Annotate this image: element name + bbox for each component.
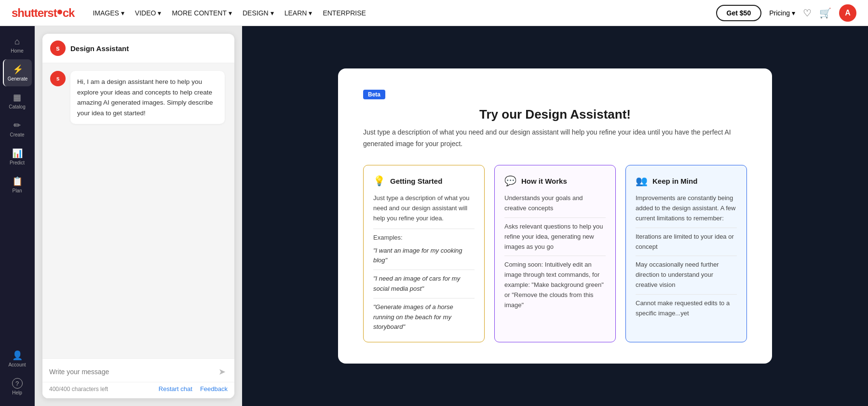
char-count: 400/400 characters left [49,386,108,392]
message-row: s Hi, I am a design assistant here to he… [50,71,227,124]
sidebar-item-help[interactable]: ? Help [3,373,32,400]
chat-messages: s Hi, I am a design assistant here to he… [42,63,234,358]
topnav: shutterstck IMAGES▾ VIDEO▾ MORE CONTENT▾… [0,0,868,26]
sidebar-item-generate[interactable]: ⚡ Generate [3,59,32,86]
getting-started-body: Just type a description of what you need… [373,193,475,332]
nav-video[interactable]: VIDEO▾ [130,6,166,20]
app-layout: ⌂ Home ⚡ Generate ▦ Catalog ✏ Create 📊 P… [0,26,868,406]
sidebar-label-home: Home [11,48,24,54]
nav-links: IMAGES▾ VIDEO▾ MORE CONTENT▾ DESIGN▾ LEA… [88,6,370,20]
main-title: Try our Design Assistant! [363,107,747,122]
how-it-works-body: Understands your goals and creative conc… [504,193,606,310]
create-icon: ✏ [14,120,21,131]
pricing-chevron-icon: ▾ [792,9,795,17]
message-avatar: s [50,71,66,86]
info-card: Beta Try our Design Assistant! Just type… [338,68,772,364]
chat-logo-icon: s [50,41,66,56]
sidebar: ⌂ Home ⚡ Generate ▦ Catalog ✏ Create 📊 P… [0,26,35,406]
feature-cards-row: 💡 Getting Started Just type a descriptio… [363,165,747,342]
chat-input[interactable] [49,368,213,376]
sidebar-item-catalog[interactable]: ▦ Catalog [3,87,32,114]
nav-right: Get $50 Pricing▾ ♡ 🛒 A [716,4,856,22]
chat-footer: 400/400 characters left Restart chat Fee… [42,382,234,398]
cart-icon[interactable]: 🛒 [819,7,831,19]
how-it-works-title: How it Works [521,177,567,185]
generate-icon: ⚡ [13,64,23,75]
restart-chat-link[interactable]: Restart chat [159,385,192,392]
nav-design[interactable]: DESIGN▾ [238,6,279,20]
chat-input-area: ➤ [42,358,234,382]
sidebar-item-predict[interactable]: 📊 Predict [3,143,32,170]
avatar[interactable]: A [839,4,856,22]
chat-header: s Design Assistant [42,34,234,63]
getting-started-icon: 💡 [373,175,385,187]
account-icon: 👤 [12,350,23,361]
chat-send-button[interactable]: ➤ [217,365,228,379]
nav-images[interactable]: IMAGES▾ [88,6,129,20]
sidebar-item-home[interactable]: ⌂ Home [3,32,32,58]
sidebar-label-predict: Predict [10,160,25,165]
sidebar-label-create: Create [10,132,24,137]
get50-button[interactable]: Get $50 [716,5,762,21]
wishlist-icon[interactable]: ♡ [803,7,812,19]
keep-in-mind-body: Improvements are constantly being added … [636,193,737,318]
sidebar-item-plan[interactable]: 📋 Plan [3,171,32,198]
feature-card-keep-in-mind: 👥 Keep in Mind Improvements are constant… [625,165,747,342]
main-subtitle: Just type a description of what you need… [363,127,747,150]
getting-started-title: Getting Started [390,177,442,185]
chat-panel: s Design Assistant s Hi, I am a design a… [35,26,242,406]
home-icon: ⌂ [14,37,20,47]
chat-title: Design Assistant [70,44,129,53]
nav-learn[interactable]: LEARN▾ [280,6,317,20]
message-bubble: Hi, I am a design assistant here to help… [70,71,225,124]
main-content: Beta Try our Design Assistant! Just type… [242,26,868,406]
feature-card-how-it-works: 💬 How it Works Understands your goals an… [494,165,616,342]
sidebar-item-create[interactable]: ✏ Create [3,115,32,142]
sidebar-item-account[interactable]: 👤 Account [3,345,32,372]
beta-badge: Beta [363,90,385,99]
how-it-works-icon: 💬 [504,175,516,187]
sidebar-label-help: Help [12,390,22,395]
nav-enterprise[interactable]: ENTERPRISE [318,6,370,20]
pricing-link[interactable]: Pricing▾ [769,9,795,17]
chat-card: s Design Assistant s Hi, I am a design a… [42,34,234,398]
sidebar-label-account: Account [8,362,26,367]
feedback-link[interactable]: Feedback [200,385,228,392]
logo[interactable]: shutterstck [12,6,74,20]
feature-card-getting-started: 💡 Getting Started Just type a descriptio… [363,165,485,342]
help-icon: ? [12,378,23,389]
predict-icon: 📊 [12,148,23,159]
plan-icon: 📋 [12,176,23,187]
keep-in-mind-icon: 👥 [636,175,648,187]
sidebar-label-generate: Generate [8,76,28,81]
sidebar-label-catalog: Catalog [9,104,25,109]
keep-in-mind-title: Keep in Mind [652,177,697,185]
sidebar-label-plan: Plan [12,188,22,193]
catalog-icon: ▦ [13,92,21,103]
nav-more-content[interactable]: MORE CONTENT▾ [167,6,237,20]
logo-dot [57,10,62,14]
